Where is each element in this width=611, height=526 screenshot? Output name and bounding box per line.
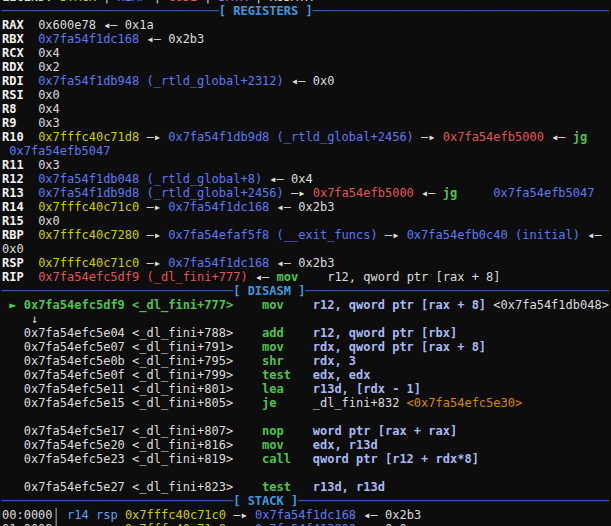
text-segment	[277, 396, 313, 410]
text-segment	[2, 480, 24, 494]
arrow-right-icon: —▸	[226, 508, 255, 522]
mnemonic: jg	[573, 130, 587, 144]
symbol-name: (_rtld_global+8)	[139, 172, 262, 186]
text-segment	[284, 438, 313, 452]
arrow-left-icon: ◂—	[414, 186, 443, 200]
arrow-right-icon: —▸	[139, 200, 168, 214]
operands: r12, qword ptr [rax + 8]	[327, 270, 500, 284]
address-value: 0x7fa54efb5000	[443, 130, 544, 144]
register-row-rcx: RCX 0x4	[2, 46, 611, 60]
arrow-left-icon: ◂—	[248, 270, 277, 284]
disasm-row: 0x7fa54efc5e0b <_dl_fini+795> shr rdx, 3	[2, 354, 611, 368]
register-name: RAX	[2, 18, 38, 32]
address-value: 0x7fa54efb5000	[313, 186, 414, 200]
address-value: 0x7fffc40c7280	[38, 228, 139, 242]
register-row-rsp: RSP 0x7fffc40c71c0 —▸ 0x7fa54f1dc168 ◂— …	[2, 256, 611, 270]
text-segment	[284, 354, 313, 368]
address-value: 0x7fa54f413800	[255, 522, 356, 526]
mnemonic: shr	[262, 354, 284, 368]
mnemonic: test	[262, 480, 291, 494]
register-name: R13	[2, 186, 38, 200]
text-segment	[291, 368, 313, 382]
text-segment: |	[197, 0, 219, 4]
branch-target-address: <0x7fa54efc5e30>	[399, 396, 522, 410]
register-row-rip: RIP 0x7fa54efc5df9 (_dl_fini+777) ◂— mov…	[2, 270, 611, 284]
text-segment	[233, 326, 262, 340]
stack-register-label: rsp	[96, 508, 118, 522]
text-segment	[2, 368, 24, 382]
operands: word ptr [rax + rax]	[313, 424, 458, 438]
dereferenced-value: 0x2b3	[298, 256, 334, 270]
legend-code: CODE	[168, 0, 197, 4]
disasm-row: 0x7fa54efc5e20 <_dl_fini+816> mov edx, r…	[2, 438, 611, 452]
current-instruction-marker: ►	[2, 298, 24, 312]
address-and-symbol: 0x7fa54efc5e15 <_dl_fini+805>	[24, 396, 234, 410]
address-value: 0x7fa54efc5df9	[38, 270, 139, 284]
register-value: 0x3	[38, 158, 60, 172]
text-segment	[233, 298, 262, 312]
address-value: 0x7fa54f1db048	[38, 172, 139, 186]
address-value: 0x7fffc40c71c0	[125, 508, 226, 522]
register-name: R11	[2, 158, 38, 172]
text-segment	[233, 340, 262, 354]
symbol-name: (initial)	[508, 228, 580, 242]
register-value: 0x4	[38, 102, 60, 116]
address-value: 0x7fa54f1dc168	[168, 256, 269, 270]
stack-row: 01:0008│ 0x7fffc40c71c8 —▸ 0x7fa54f41380…	[2, 522, 611, 526]
dereferenced-value: 0x2b3	[298, 200, 334, 214]
dereferenced-value: 0x4	[291, 172, 313, 186]
address-value: 0x7fa54f1dc168	[168, 200, 269, 214]
disasm-row: 0x7fa54efc5e15 <_dl_fini+805> je _dl_fin…	[2, 396, 611, 410]
column-separator: │	[53, 522, 60, 526]
register-row-r10: R10 0x7fffc40c71d8 —▸ 0x7fa54f1db9d8 (_r…	[2, 130, 611, 144]
register-row-r15: R15 0x0	[2, 214, 611, 228]
register-row-rbp: RBP 0x7fffc40c7280 —▸ 0x7fa54efaf5f8 (__…	[2, 228, 611, 242]
arrow-right-icon: —▸	[284, 186, 313, 200]
arrow-right-icon: —▸	[139, 228, 168, 242]
section-label: [ REGISTERS ]	[219, 4, 313, 18]
register-row-rax: RAX 0x600e78 ◂— 0x1a	[2, 18, 611, 32]
arrow-right-icon: —▸	[226, 522, 255, 526]
symbol-name: (__exit_funcs)	[269, 228, 377, 242]
address-and-symbol: 0x7fa54efc5e27 <_dl_fini+823>	[24, 480, 234, 494]
register-row-r10-wrap: 0x7fa54efb5047	[2, 144, 611, 158]
text-segment	[2, 452, 24, 466]
register-value: 0x4	[38, 46, 60, 60]
text-segment: |	[248, 0, 270, 4]
section-divider: ────────────────────────────────────────…	[313, 4, 609, 18]
register-name: R12	[2, 172, 38, 186]
dereferenced-value: 0x0	[313, 74, 335, 88]
arrow-right-icon: —▸	[414, 130, 443, 144]
mnemonic: test	[262, 368, 291, 382]
terminal-screen[interactable]: LEGEND: STACK | HEAP | CODE | DATA | ROD…	[0, 0, 611, 526]
text-segment: LEGEND:	[2, 0, 60, 4]
text-segment	[60, 508, 67, 522]
text-segment	[457, 186, 493, 200]
text-segment	[233, 354, 262, 368]
register-name: RDI	[2, 74, 38, 88]
address-and-symbol: 0x7fa54efc5e23 <_dl_fini+819>	[24, 452, 234, 466]
register-name: RSP	[2, 256, 38, 270]
disasm-row: 0x7fa54efc5e11 <_dl_fini+801> lea r13d, …	[2, 382, 611, 396]
disasm-row: 0x7fa54efc5e17 <_dl_fini+807> nop word p…	[2, 424, 611, 438]
disasm-row: 0x7fa54efc5e04 <_dl_fini+788> add r12, q…	[2, 326, 611, 340]
mnemonic: je	[262, 396, 276, 410]
text-segment	[284, 382, 313, 396]
legend-data: DATA	[219, 0, 248, 4]
register-row-rdi: RDI 0x7fa54f1db948 (_rtld_global+2312) ◂…	[2, 74, 611, 88]
operands: qword ptr [r12 + rdx*8]	[313, 452, 479, 466]
stack-section-header: ────────────────────────────────[ STACK …	[2, 494, 611, 508]
register-row-rbp-wrap: 0x0	[2, 242, 611, 256]
register-row-r12: R12 0x7fa54f1db048 (_rtld_global+8) ◂— 0…	[2, 172, 611, 186]
operands: r12, qword ptr [rbx]	[313, 326, 458, 340]
register-name: RCX	[2, 46, 38, 60]
address-value: 0x7fffc40c71c0	[38, 200, 139, 214]
disasm-blank-row	[2, 466, 611, 480]
register-name: R10	[2, 130, 38, 144]
mnemonic: mov	[262, 298, 284, 312]
address-value: 0x7fa54f1db948	[38, 74, 139, 88]
address-and-symbol: 0x7fa54efc5e11 <_dl_fini+801>	[24, 382, 234, 396]
text-segment	[233, 438, 262, 452]
register-value: 0x0	[38, 214, 60, 228]
address-and-symbol: 0x7fa54efc5df9 <_dl_fini+777>	[24, 298, 234, 312]
